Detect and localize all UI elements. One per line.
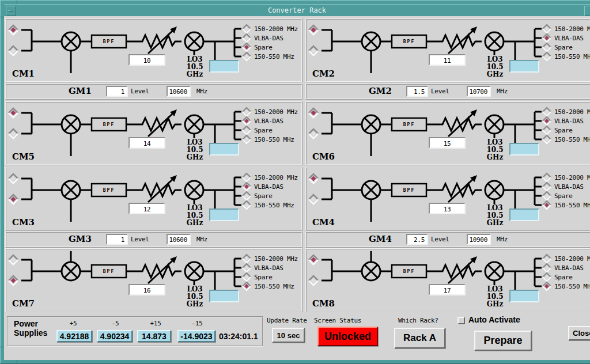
gm-freq-field[interactable]: 10700 — [467, 86, 491, 97]
which-rack-button[interactable]: Rack A — [394, 328, 445, 348]
screen-status-label: Screen Status — [314, 317, 361, 324]
attenuation-field[interactable]: 14 — [128, 137, 165, 149]
cm-module-label: CM1 — [12, 69, 35, 79]
attenuation-field[interactable]: 16 — [128, 284, 165, 295]
attenuation-field[interactable]: 13 — [429, 203, 466, 214]
output-option-label: 150-2000 MHz — [554, 108, 590, 117]
output-spare-radio[interactable] — [543, 192, 551, 200]
output-vlba-das-radio[interactable] — [543, 183, 551, 191]
input-b-radio[interactable] — [9, 46, 18, 55]
output-spare-radio[interactable] — [243, 273, 251, 281]
output-spare-radio[interactable] — [243, 192, 251, 200]
input-b-radio[interactable] — [309, 129, 318, 138]
level-readout-box — [209, 208, 239, 221]
close-button[interactable]: Close — [568, 326, 590, 340]
gm-freq-field[interactable]: 10900 — [467, 234, 491, 245]
output-fan-wire — [203, 29, 241, 60]
output-150-2000MHz-radio[interactable] — [543, 173, 551, 181]
output-spare-radio[interactable] — [543, 43, 551, 51]
output-150-550MHz-radio[interactable] — [543, 135, 551, 143]
output-150-550MHz-radio[interactable] — [543, 282, 551, 290]
gm-level-field[interactable]: 2.5 — [406, 234, 428, 245]
titlebar[interactable]: Converter Rack — [4, 4, 590, 17]
output-150-2000MHz-radio[interactable] — [243, 108, 251, 116]
gm-level-field[interactable]: 1 — [106, 234, 128, 245]
mixer2-icon — [185, 32, 203, 51]
input-b-radio[interactable] — [9, 276, 18, 285]
attenuation-field[interactable]: 10 — [128, 54, 165, 66]
input-a-radio[interactable] — [309, 255, 318, 264]
output-fan-wire — [504, 259, 542, 290]
output-vlba-das-radio[interactable] — [243, 34, 251, 42]
mixer2-icon — [185, 262, 203, 280]
mixer2-icon — [485, 32, 504, 51]
cm-row: BPF 12 LO310.5 GHz 150-2000 MHz VLBA-DAS… — [5, 167, 590, 231]
input-bracket-wire — [322, 179, 362, 199]
screen-status-button[interactable]: Unlocked — [317, 327, 378, 346]
output-option-label: 150-2000 MHz — [254, 108, 301, 117]
gm-level-field[interactable]: 1.5 — [406, 86, 428, 97]
input-b-radio[interactable] — [309, 276, 318, 285]
window-maximize-button[interactable] — [584, 6, 590, 16]
output-option-labels: 150-2000 MHz VLBA-DAS Spare 150-550 MHz — [254, 108, 301, 145]
auto-activate-label: Auto Activate — [468, 315, 520, 324]
output-option-label: VLBA-DAS — [554, 34, 590, 43]
output-vlba-das-radio[interactable] — [243, 183, 251, 191]
attenuation-field[interactable]: 17 — [429, 284, 466, 295]
gm-freq-field[interactable]: 10600 — [167, 234, 191, 245]
attenuation-field[interactable]: 15 — [429, 137, 466, 149]
gm-label: GM1 — [64, 86, 96, 96]
input-b-radio[interactable] — [309, 195, 318, 204]
attenuation-field[interactable]: 12 — [128, 203, 165, 214]
attenuation-field[interactable]: 11 — [429, 54, 466, 66]
input-a-radio[interactable] — [9, 108, 18, 117]
output-option-label: Spare — [554, 43, 590, 52]
output-vlba-das-radio[interactable] — [243, 117, 251, 125]
prepare-button[interactable]: Prepare — [474, 331, 532, 351]
output-150-2000MHz-radio[interactable] — [543, 108, 551, 116]
gm-freq-field[interactable]: 10600 — [167, 86, 191, 97]
output-option-label: VLBA-DAS — [554, 117, 590, 126]
input-bracket-wire — [322, 113, 362, 134]
gm-level-field[interactable]: 1 — [106, 86, 128, 97]
gm-freq-unit: MHz — [196, 88, 207, 95]
output-option-label: Spare — [254, 273, 301, 282]
input-a-radio[interactable] — [309, 108, 318, 117]
input-a-radio[interactable] — [309, 174, 318, 183]
output-option-label: VLBA-DAS — [254, 183, 301, 192]
input-bracket-wire — [21, 113, 62, 134]
cm-module-label: CM7 — [12, 298, 35, 309]
output-150-2000MHz-radio[interactable] — [243, 173, 251, 181]
gm-strip: GM2 1.5 Level 10700 MHz — [305, 84, 590, 100]
output-spare-radio[interactable] — [243, 126, 251, 134]
gm-row: GM1 1 Level 10600 MHz GM2 1.5 Level 1070… — [5, 84, 590, 100]
input-a-radio[interactable] — [309, 25, 318, 35]
output-150-550MHz-radio[interactable] — [243, 201, 251, 209]
output-150-2000MHz-radio[interactable] — [543, 255, 551, 263]
output-150-550MHz-radio[interactable] — [243, 52, 251, 60]
output-150-2000MHz-radio[interactable] — [243, 255, 251, 263]
update-rate-button[interactable]: 10 sec — [272, 328, 305, 343]
output-150-550MHz-radio[interactable] — [243, 135, 251, 143]
input-b-radio[interactable] — [309, 46, 318, 55]
output-150-550MHz-radio[interactable] — [543, 201, 551, 209]
input-b-radio[interactable] — [9, 195, 18, 204]
frame-joint — [17, 0, 17, 4]
input-a-radio[interactable] — [9, 25, 18, 35]
output-150-2000MHz-radio[interactable] — [243, 25, 251, 33]
output-vlba-das-radio[interactable] — [543, 264, 551, 272]
output-150-2000MHz-radio[interactable] — [543, 25, 551, 33]
output-option-label: 150-2000 MHz — [554, 25, 590, 34]
output-vlba-das-radio[interactable] — [543, 117, 551, 125]
output-spare-radio[interactable] — [543, 273, 551, 281]
input-a-radio[interactable] — [9, 174, 18, 183]
output-spare-radio[interactable] — [543, 126, 551, 134]
input-b-radio[interactable] — [9, 129, 18, 138]
auto-activate-checkbox[interactable] — [457, 317, 465, 324]
output-vlba-das-radio[interactable] — [243, 264, 251, 272]
output-spare-radio[interactable] — [243, 43, 251, 51]
output-vlba-das-radio[interactable] — [543, 34, 551, 42]
output-150-550MHz-radio[interactable] — [243, 282, 251, 290]
input-a-radio[interactable] — [9, 255, 18, 264]
output-150-550MHz-radio[interactable] — [543, 52, 551, 60]
